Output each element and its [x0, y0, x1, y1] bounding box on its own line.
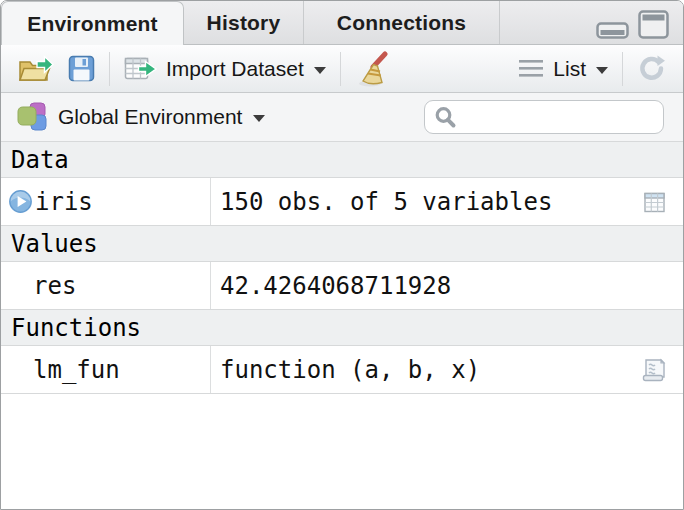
expand-play-icon: [8, 189, 33, 214]
open-folder-icon: [18, 54, 54, 84]
environment-selector-bar: Global Environment: [1, 93, 683, 141]
environment-selector-label: Global Environment: [58, 105, 242, 129]
search-box: [424, 100, 664, 134]
import-dataset-button[interactable]: Import Dataset: [117, 52, 333, 85]
object-name: lm_fun: [33, 356, 120, 384]
section-header-data: Data: [1, 141, 683, 178]
object-value: 42.4264068711928: [220, 272, 451, 300]
minimize-pane-icon[interactable]: [596, 22, 629, 39]
import-dataset-icon: [124, 55, 157, 82]
search-input[interactable]: [463, 106, 654, 129]
environment-pane: Environment History Connections: [0, 0, 684, 510]
view-table-button[interactable]: [643, 190, 667, 214]
expand-object-button[interactable]: [8, 189, 33, 214]
object-value-cell: 42.4264068711928: [211, 262, 683, 309]
object-value-cell: function (a, b, x): [211, 346, 683, 393]
environment-selector[interactable]: Global Environment: [13, 100, 269, 135]
section-header-values: Values: [1, 225, 683, 262]
environment-toolbar: Import Dataset: [1, 45, 683, 93]
object-value: function (a, b, x): [220, 356, 480, 384]
object-value: 150 obs. of 5 variables: [220, 188, 552, 216]
chevron-down-icon: [596, 67, 608, 74]
tab-history[interactable]: History: [184, 1, 304, 44]
search-icon: [434, 106, 457, 129]
list-view-label: List: [553, 57, 586, 81]
tab-environment-label: Environment: [27, 12, 158, 36]
chevron-down-icon: [253, 115, 265, 122]
save-workspace-button[interactable]: [61, 52, 102, 85]
toolbar-separator: [109, 52, 110, 86]
table-view-icon: [643, 190, 667, 214]
clear-objects-button[interactable]: [348, 48, 398, 90]
open-workspace-button[interactable]: [11, 51, 61, 87]
object-row-iris[interactable]: iris 150 obs. of 5 variables: [1, 178, 683, 225]
maximize-pane-icon[interactable]: [638, 10, 669, 39]
section-title: Data: [11, 146, 69, 174]
object-name-cell: lm_fun: [1, 346, 211, 393]
broom-icon: [355, 51, 391, 87]
section-title: Functions: [11, 314, 141, 342]
list-view-button[interactable]: List: [511, 54, 615, 84]
object-name-cell: iris: [1, 178, 211, 225]
object-row-res[interactable]: res 42.4264068711928: [1, 262, 683, 309]
refresh-button[interactable]: [630, 51, 673, 86]
toolbar-separator: [340, 52, 341, 86]
save-icon: [68, 55, 95, 82]
chevron-down-icon: [314, 67, 326, 74]
object-name: iris: [35, 188, 93, 216]
tab-environment[interactable]: Environment: [1, 1, 184, 45]
refresh-icon: [637, 54, 666, 83]
tab-connections[interactable]: Connections: [304, 1, 500, 44]
tab-bar: Environment History Connections: [1, 1, 683, 45]
object-row-lm-fun[interactable]: lm_fun function (a, b, x): [1, 346, 683, 393]
section-title: Values: [11, 230, 98, 258]
list-lines-icon: [518, 58, 544, 79]
toolbar-separator: [622, 52, 623, 86]
import-dataset-label: Import Dataset: [166, 57, 304, 81]
view-source-button[interactable]: [641, 357, 667, 383]
empty-area: [1, 393, 683, 510]
view-source-icon: [641, 357, 667, 383]
tab-connections-label: Connections: [337, 11, 466, 35]
tab-history-label: History: [207, 11, 281, 35]
stacked-environments-icon: [17, 102, 48, 133]
object-value-cell: 150 obs. of 5 variables: [211, 178, 683, 225]
pane-window-controls: [596, 10, 669, 39]
object-name: res: [33, 272, 76, 300]
object-name-cell: res: [1, 262, 211, 309]
section-header-functions: Functions: [1, 309, 683, 346]
object-list: Data iris 150 obs. of 5 variables: [1, 141, 683, 510]
